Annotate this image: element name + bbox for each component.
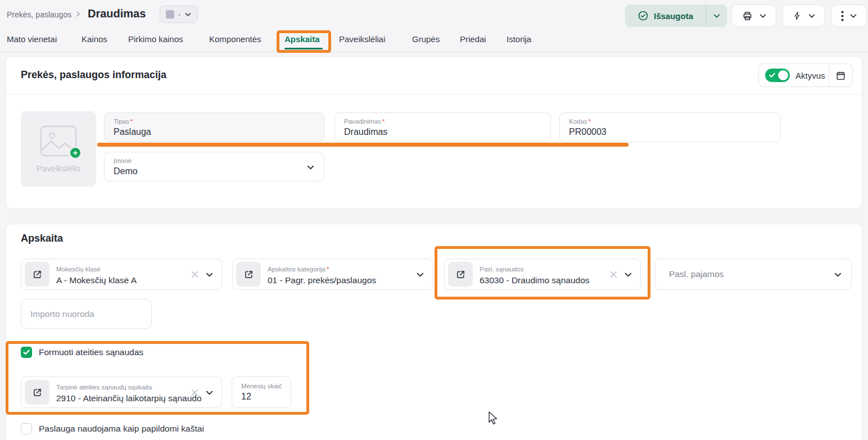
required-mark: * (589, 118, 591, 125)
clear-icon[interactable] (191, 389, 198, 396)
apskaitos-kategorija-value: 01 - Pagr. prekės/paslaugos (268, 275, 416, 285)
chevron-down-icon (205, 388, 214, 397)
chevron-down-icon (759, 12, 767, 20)
color-swatch (166, 10, 174, 19)
image-upload-placeholder[interactable]: + Paveikslėlis (21, 111, 96, 187)
chevron-down-icon (184, 11, 192, 18)
mokesciu-klase-value: A - Mokesčių klasė A (56, 275, 188, 285)
external-link-icon[interactable] (25, 380, 49, 405)
menesiu-skaicius-value: 12 (241, 392, 282, 402)
menesiu-skaicius-label: Mėnesių skaičius (241, 383, 282, 389)
formuoti-checkbox-row[interactable]: Formuoti ateities sąnaudas (21, 347, 143, 358)
calendar-button[interactable] (829, 64, 852, 87)
tabbar-divider (0, 52, 868, 52)
toggle-on-icon (765, 69, 790, 82)
tab-komponentes[interactable]: Komponentės (209, 34, 261, 44)
kodas-label: Kodas (569, 118, 587, 125)
chevron-down-icon (808, 12, 816, 20)
tarpine-saskaita-label: Tarpinė ateities sąnaudų sąskaita (56, 384, 152, 391)
chevron-right-icon (75, 11, 82, 17)
papildomi-checkbox-label: Paslauga naudojama kaip papildomi kaštai (39, 424, 204, 434)
chevron-down-icon (849, 12, 857, 20)
clear-icon[interactable] (191, 271, 198, 278)
external-link-icon[interactable] (236, 262, 261, 287)
kodas-value: PR00003 (569, 127, 771, 137)
kodas-field[interactable]: Kodas* PR00003 (559, 112, 781, 142)
imone-value: Demo (114, 166, 315, 176)
tipas-value: Paslauga (114, 127, 315, 137)
chevron-down-icon (416, 270, 424, 279)
mokesciu-klase-select[interactable]: Mokesčių klasė A - Mokesčių klasė A (21, 258, 222, 290)
chevron-down-icon (306, 163, 315, 171)
external-link-icon[interactable] (25, 262, 49, 287)
tab-mato-vienetai[interactable]: Mato vienetai (7, 34, 57, 44)
tab-grupes[interactable]: Grupės (412, 34, 440, 44)
chevron-down-icon (624, 270, 632, 279)
pasl-sanaudos-select[interactable]: Pasl. sąnaudos 63030 - Draudimo sąnaudos (444, 258, 641, 290)
saved-caret-button[interactable] (706, 12, 727, 20)
pasl-sanaudos-value: 63030 - Draudimo sąnaudos (480, 275, 607, 285)
tab-priedai[interactable]: Priedai (460, 34, 486, 44)
image-placeholder-label: Paveikslėlis (37, 164, 80, 173)
pavadinimas-value: Draudimas (344, 127, 541, 137)
active-tab-underline (284, 48, 323, 49)
info-header-divider (6, 94, 862, 94)
importo-nuoroda-field (21, 299, 152, 329)
actions-dropdown-button[interactable] (782, 4, 825, 27)
apskaita-section-title: Apskaita (21, 233, 63, 244)
image-icon: + (40, 125, 77, 157)
print-dropdown-button[interactable] (731, 4, 776, 27)
menesiu-skaicius-field[interactable]: Mėnesių skaičius 12 (232, 377, 291, 408)
lightning-icon (792, 11, 802, 21)
formuoti-checkbox-label: Formuoti ateities sąnaudas (39, 347, 143, 357)
add-image-icon: + (69, 147, 82, 159)
tab-istorija[interactable]: Istorija (507, 34, 531, 44)
apskaitos-kategorija-select[interactable]: Apskaitos kategorija* 01 - Pagr. prekės/… (232, 258, 433, 290)
apskaitos-kategorija-label: Apskaitos kategorija (268, 266, 326, 273)
required-mark: * (382, 118, 385, 125)
variant-value: - (178, 10, 180, 19)
active-toggle-label: Aktyvus (795, 71, 825, 80)
papildomi-checkbox-row[interactable]: Paslauga naudojama kaip papildomi kaštai (21, 423, 204, 434)
pavadinimas-field[interactable]: Pavadinimas* Draudimas (334, 112, 551, 142)
tab-pirkimo-kainos[interactable]: Pirkimo kainos (128, 34, 183, 44)
clear-icon[interactable] (610, 271, 617, 278)
tab-paveiksleliai[interactable]: Paveikslėliai (339, 34, 386, 44)
tab-apskaita[interactable]: Apskaita (284, 34, 320, 44)
kebab-menu-icon (841, 11, 844, 21)
pasl-pajamos-label: Pasl. pajamos (669, 269, 834, 279)
external-link-icon[interactable] (448, 262, 473, 287)
tarpine-saskaita-value: 2910 - Ateinančių laikotarpių sąnaudos (56, 393, 201, 403)
mokesciu-klase-label: Mokesčių klasė (56, 266, 101, 273)
breadcrumb-parent[interactable]: Prekės, paslaugos (7, 10, 71, 19)
checkbox-unchecked-icon[interactable] (21, 423, 32, 434)
checkbox-checked-icon[interactable] (21, 347, 32, 358)
page-title: Draudimas (88, 7, 146, 20)
tipas-field: Tipas* Paslauga (104, 112, 324, 142)
variant-dropdown[interactable]: - (160, 6, 198, 23)
saved-label: Išsaugota (654, 11, 693, 21)
tarpine-saskaita-select[interactable]: Tarpinė ateities sąnaudų sąskaita 2910 -… (21, 377, 222, 408)
importo-nuoroda-input[interactable] (30, 309, 142, 319)
imone-label: Įmonė (114, 157, 132, 164)
chevron-down-icon (834, 270, 842, 279)
active-toggle[interactable]: Aktyvus (759, 69, 829, 82)
chevron-down-icon (205, 270, 214, 279)
printer-icon (742, 10, 753, 22)
pasl-pajamos-select[interactable]: Pasl. pajamos (655, 258, 852, 290)
tab-kainos[interactable]: Kainos (82, 34, 107, 44)
info-section-title: Prekės, paslaugos informacija (21, 69, 166, 81)
tipas-label: Tipas (114, 118, 129, 125)
saved-split-button[interactable]: Išsaugota (625, 4, 727, 27)
pavadinimas-label: Pavadinimas (344, 118, 381, 125)
pasl-sanaudos-label: Pasl. sąnaudos (480, 266, 524, 273)
more-dropdown-button[interactable] (831, 4, 867, 27)
check-circle-icon (638, 10, 649, 21)
imone-select[interactable]: Įmonė Demo (104, 152, 324, 182)
active-toggle-control: Aktyvus (758, 63, 853, 87)
required-mark: * (327, 266, 329, 273)
required-mark: * (130, 118, 133, 125)
